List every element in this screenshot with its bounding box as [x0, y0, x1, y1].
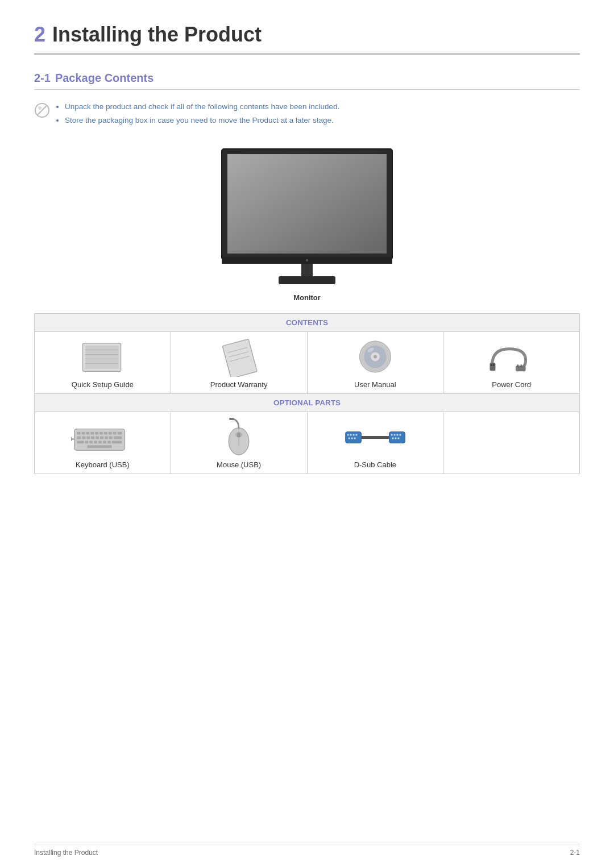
monitor-area: Monitor: [34, 146, 580, 302]
section-title: 2-1Package Contents: [34, 72, 580, 90]
svg-rect-71: [355, 434, 357, 435]
svg-rect-35: [91, 431, 94, 434]
note-icon: [34, 102, 50, 118]
svg-rect-44: [87, 436, 90, 439]
product-warranty-icon-cell: Product Warranty: [176, 338, 302, 389]
svg-rect-67: [346, 431, 362, 443]
svg-rect-73: [351, 437, 352, 439]
optional-header: OPTIONAL PARTS: [35, 393, 580, 412]
footer-right: 2-1: [570, 849, 580, 857]
svg-rect-75: [389, 431, 405, 443]
note-area: Unpack the product and check if all of t…: [34, 101, 580, 129]
svg-rect-66: [229, 418, 234, 420]
item-mouse: Mouse (USB): [171, 412, 307, 474]
svg-rect-34: [86, 431, 90, 434]
quick-setup-icon-cell: Quick Setup Guide: [39, 338, 166, 389]
svg-point-2: [38, 106, 42, 110]
keyboard-icon-cell: Keyboard (USB): [39, 418, 166, 469]
svg-rect-5: [227, 154, 387, 254]
power-cord-icon-cell: Power Cord: [448, 338, 575, 389]
item-dsub: D-Sub Cable: [307, 412, 443, 474]
chapter-num: 2: [34, 23, 45, 46]
item-user-manual: User Manual: [307, 331, 443, 393]
power-cord-label: Power Cord: [492, 380, 531, 389]
product-warranty-label: Product Warranty: [210, 380, 268, 389]
user-manual-icon-cell: User Manual: [312, 338, 439, 389]
svg-rect-32: [77, 431, 81, 434]
note-item-1: Unpack the product and check if all of t…: [65, 101, 339, 113]
svg-rect-77: [393, 434, 395, 435]
svg-rect-81: [395, 437, 396, 439]
footer-left: Installing the Product: [34, 849, 98, 857]
svg-rect-56: [103, 441, 106, 443]
user-manual-label: User Manual: [354, 380, 396, 389]
svg-rect-61: [71, 437, 72, 441]
svg-rect-37: [99, 431, 103, 434]
svg-rect-70: [352, 434, 354, 435]
svg-rect-59: [88, 445, 112, 448]
svg-rect-46: [96, 436, 99, 439]
svg-rect-72: [349, 437, 350, 439]
mouse-label: Mouse (USB): [217, 460, 261, 469]
monitor-label: Monitor: [293, 293, 321, 302]
svg-rect-47: [100, 436, 103, 439]
svg-rect-28: [489, 363, 495, 371]
svg-rect-55: [98, 441, 102, 443]
svg-rect-48: [105, 436, 108, 439]
svg-point-9: [306, 259, 308, 261]
mouse-icon-cell: Mouse (USB): [176, 418, 302, 469]
svg-rect-39: [109, 431, 112, 434]
svg-rect-69: [350, 434, 352, 435]
item-keyboard: Keyboard (USB): [35, 412, 171, 474]
svg-rect-74: [354, 437, 355, 439]
item-power-cord: Power Cord: [443, 331, 580, 393]
svg-rect-7: [301, 264, 313, 278]
svg-rect-49: [109, 436, 113, 439]
svg-rect-38: [104, 431, 107, 434]
svg-rect-41: [118, 431, 122, 434]
item-product-warranty: Product Warranty: [171, 331, 307, 393]
svg-rect-40: [113, 431, 117, 434]
svg-rect-43: [82, 436, 86, 439]
svg-rect-53: [90, 441, 93, 443]
svg-point-23: [374, 355, 377, 358]
svg-rect-79: [399, 434, 401, 435]
svg-rect-52: [85, 441, 89, 443]
svg-point-29: [491, 364, 492, 366]
note-item-2: Store the packaging box in case you need…: [65, 115, 339, 126]
section-num: 2-1: [34, 72, 51, 84]
svg-rect-54: [94, 441, 98, 443]
svg-rect-51: [77, 441, 84, 443]
monitor-image: [216, 146, 398, 290]
svg-rect-58: [112, 441, 122, 443]
svg-rect-82: [397, 437, 399, 439]
svg-rect-42: [77, 436, 81, 439]
svg-rect-33: [82, 431, 85, 434]
svg-rect-16: [222, 339, 257, 377]
chapter-title-text: Installing the Product: [52, 23, 262, 46]
item-quick-setup: Quick Setup Guide: [35, 331, 171, 393]
page-footer: Installing the Product 2-1: [34, 845, 580, 857]
svg-rect-8: [279, 276, 335, 284]
empty-icon-cell: [448, 418, 575, 469]
keyboard-label: Keyboard (USB): [76, 460, 130, 469]
contents-table: CONTENTS Quick Setup Guide: [34, 313, 580, 474]
note-bullets: Unpack the product and check if all of t…: [56, 101, 339, 129]
dsub-label: D-Sub Cable: [354, 460, 396, 469]
svg-rect-68: [347, 434, 349, 435]
chapter-title: 2Installing the Product: [34, 23, 580, 55]
svg-rect-80: [392, 437, 393, 439]
svg-point-30: [493, 364, 495, 366]
svg-rect-78: [396, 434, 398, 435]
item-empty: [443, 412, 580, 474]
svg-rect-11: [85, 345, 119, 368]
svg-rect-36: [96, 431, 99, 434]
svg-rect-50: [114, 436, 122, 439]
dsub-icon-cell: D-Sub Cable: [312, 418, 439, 469]
svg-rect-57: [107, 441, 111, 443]
svg-rect-65: [237, 433, 240, 437]
contents-header: CONTENTS: [35, 313, 580, 331]
quick-setup-label: Quick Setup Guide: [72, 380, 134, 389]
svg-rect-45: [92, 436, 95, 439]
svg-rect-76: [391, 434, 392, 435]
